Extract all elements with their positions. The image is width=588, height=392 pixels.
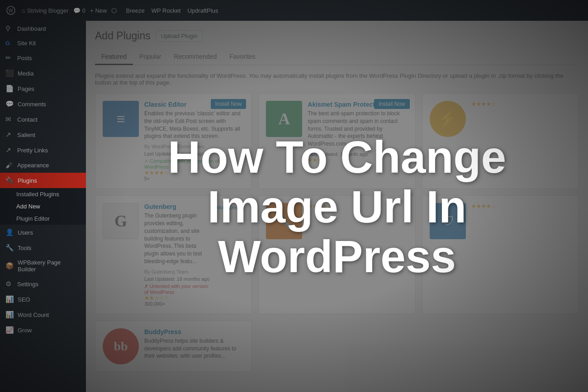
grow-icon: 📈	[5, 326, 14, 334]
sidebar-item-pages[interactable]: 📄 Pages	[0, 81, 86, 96]
sidebar-item-seo[interactable]: 📊 SEO	[0, 292, 86, 307]
home-icon: ⌂	[22, 7, 25, 14]
sidebar-item-dashboard[interactable]: ⚲ Dashboard	[0, 21, 86, 36]
sidebar-plugin-editor[interactable]: Plugin Editor	[0, 213, 86, 225]
sidebar-item-users[interactable]: 👤 Users	[0, 225, 86, 240]
sidebar-item-comments[interactable]: 💬 Comments	[0, 96, 86, 112]
wpbakery-icon: 📦	[5, 262, 14, 270]
sidebar-item-pretty-links[interactable]: ↗ Pretty Links	[0, 142, 86, 158]
appearance-icon: 🖌	[5, 161, 14, 169]
comments-link[interactable]: 💬 0	[73, 7, 85, 14]
svg-text:W: W	[9, 8, 13, 13]
sidebar-item-posts[interactable]: ✏ Posts	[0, 50, 86, 66]
tools-icon: 🔧	[5, 244, 14, 252]
users-icon: 👤	[5, 228, 14, 236]
media-icon: ⬛	[5, 69, 14, 77]
sidebar-installed-plugins[interactable]: Installed Plugins	[0, 188, 86, 200]
sidebar-item-appearance[interactable]: 🖌 Appearance	[0, 158, 86, 173]
plugins-submenu: Installed Plugins Add New Plugin Editor	[0, 188, 86, 225]
comments-nav-icon: 💬	[5, 100, 14, 108]
wp-rocket-link[interactable]: WP Rocket	[152, 7, 181, 14]
admin-bar: W ⌂ Striving Blogger 💬 0 + New ⬡ Breeze …	[0, 0, 588, 21]
sidebar-item-site-kit[interactable]: G Site Kit	[0, 36, 86, 50]
site-kit-icon: G	[5, 40, 14, 47]
posts-icon: ✏	[5, 54, 14, 62]
sidebar-item-grow[interactable]: 📈 Grow	[0, 322, 86, 338]
dashboard-icon: ⚲	[5, 24, 14, 33]
word-count-icon: 📊	[5, 311, 14, 319]
sidebar-item-contact[interactable]: ✉ Contact	[0, 112, 86, 127]
wp-logo-icon[interactable]: W	[5, 4, 17, 17]
breeze-link[interactable]: Breeze	[126, 7, 144, 14]
updraftplus-link[interactable]: UpdraftPlus	[187, 7, 218, 14]
shield-icon[interactable]: ⬡	[111, 7, 117, 14]
pages-icon: 📄	[5, 85, 14, 93]
sidebar-item-salient[interactable]: ↗ Salient	[0, 127, 86, 142]
sidebar-item-wpbakery[interactable]: 📦 WPBakery Page Builder	[0, 255, 86, 276]
plugin-toolbar-links: Breeze WP Rocket UpdraftPlus	[126, 7, 218, 14]
sidebar: ⚲ Dashboard G Site Kit ✏ Posts ⬛ Media 📄…	[0, 21, 86, 392]
settings-icon: ⚙	[5, 280, 14, 288]
site-name[interactable]: ⌂ Striving Blogger	[22, 7, 69, 14]
plugins-icon: 🔌	[5, 176, 14, 184]
sidebar-item-settings[interactable]: ⚙ Settings	[0, 276, 86, 292]
sidebar-add-new-plugin[interactable]: Add New	[0, 200, 86, 213]
sidebar-item-plugins[interactable]: 🔌 Plugins	[0, 173, 86, 188]
new-content-menu[interactable]: + New	[90, 7, 107, 14]
sidebar-item-tools[interactable]: 🔧 Tools	[0, 240, 86, 255]
plus-icon: +	[90, 7, 94, 14]
sidebar-item-media[interactable]: ⬛ Media	[0, 66, 86, 81]
salient-icon: ↗	[5, 131, 14, 139]
contact-icon: ✉	[5, 115, 14, 123]
sidebar-item-word-count[interactable]: 📊 Word Count	[0, 307, 86, 322]
pretty-links-icon: ↗	[5, 146, 14, 154]
seo-icon: 📊	[5, 295, 14, 303]
article-title-overlay: How To Change Image Url In WordPress	[86, 21, 588, 392]
article-title: How To Change Image Url In WordPress	[133, 132, 541, 281]
comments-icon: 💬	[73, 7, 81, 14]
